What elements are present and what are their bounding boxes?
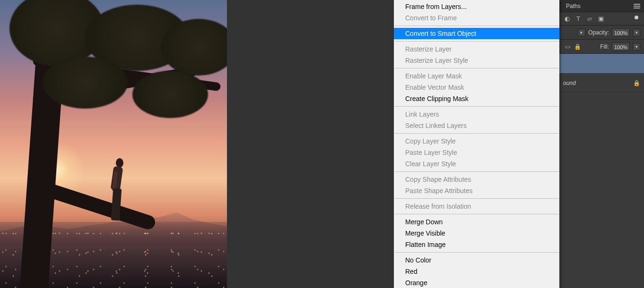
tree-foliage <box>132 71 208 118</box>
fill-dropdown-arrow[interactable]: ▾ <box>633 43 640 51</box>
layer-row-background[interactable]: ound 🔒 <box>559 74 644 93</box>
menu-item-merge-visible[interactable]: Merge Visible <box>394 228 559 239</box>
menu-separator <box>394 133 559 134</box>
menu-separator <box>394 41 559 42</box>
menu-separator <box>394 25 559 26</box>
filter-type-icon[interactable]: T <box>574 15 582 23</box>
lock-artboard-icon[interactable]: ▭ <box>565 43 570 50</box>
tree-foliage <box>43 57 128 109</box>
tab-paths[interactable]: Paths <box>563 2 583 10</box>
menu-item-create-clipping-mask[interactable]: Create Clipping Mask <box>394 93 559 104</box>
menu-item-frame-from-layers[interactable]: Frame from Layers... <box>394 1 559 12</box>
menu-item-no-color[interactable]: No Color <box>394 254 559 266</box>
layer-row-selected[interactable] <box>559 54 644 74</box>
document-image[interactable] <box>0 0 227 288</box>
menu-item-flatten-image[interactable]: Flatten Image <box>394 239 559 250</box>
filter-adjustment-icon[interactable]: ◐ <box>563 15 571 23</box>
menu-item-paste-shape-attributes: Paste Shape Attributes <box>394 185 559 196</box>
opacity-dropdown-arrow[interactable]: ▾ <box>633 29 640 36</box>
lock-all-icon[interactable]: 🔒 <box>574 43 581 50</box>
person-silhouette <box>106 158 125 227</box>
menu-item-release-from-isolation: Release from Isolation <box>394 201 559 212</box>
menu-item-convert-to-frame: Convert to Frame <box>394 12 559 24</box>
menu-item-clear-layer-style: Clear Layer Style <box>394 158 559 169</box>
menu-item-merge-down[interactable]: Merge Down <box>394 216 559 228</box>
panel-tab-bar: Paths <box>559 0 644 12</box>
layer-context-menu: Frame from Layers...Convert to FrameConv… <box>394 0 559 288</box>
lock-fill-row: ▭ 🔒 Fill: 100% ▾ <box>559 40 644 54</box>
menu-item-rasterize-layer-style: Rasterize Layer Style <box>394 55 559 66</box>
menu-item-orange[interactable]: Orange <box>394 277 559 288</box>
menu-separator <box>394 171 559 172</box>
menu-item-convert-to-smart-object[interactable]: Convert to Smart Object <box>394 28 559 39</box>
menu-separator <box>394 214 559 214</box>
menu-item-select-linked-layers: Select Linked Layers <box>394 120 559 131</box>
menu-separator <box>394 198 559 199</box>
panel-menu-icon[interactable] <box>634 4 640 8</box>
layer-name-background: ound <box>563 80 576 86</box>
menu-separator <box>394 106 559 107</box>
menu-item-copy-layer-style: Copy Layer Style <box>394 136 559 147</box>
layers-panel: Paths ◐ T ▱ ▣ ▾ Opacity: 100% ▾ ▭ 🔒 Fill… <box>559 0 644 288</box>
filter-toggle-icon[interactable] <box>635 16 638 19</box>
menu-separator <box>394 68 559 68</box>
layer-filter-row: ◐ T ▱ ▣ <box>559 12 644 25</box>
fill-label: Fill: <box>600 43 609 50</box>
menu-item-red[interactable]: Red <box>394 266 559 277</box>
blend-opacity-row: ▾ Opacity: 100% ▾ <box>559 25 644 40</box>
lock-icon[interactable]: 🔒 <box>633 80 640 86</box>
menu-item-paste-layer-style: Paste Layer Style <box>394 147 559 158</box>
menu-item-copy-shape-attributes: Copy Shape Attributes <box>394 174 559 185</box>
menu-item-rasterize-layer: Rasterize Layer <box>394 43 559 55</box>
menu-separator <box>394 252 559 253</box>
menu-item-link-layers: Link Layers <box>394 109 559 120</box>
fill-field[interactable]: 100% <box>612 42 630 51</box>
blend-mode-dropdown-arrow[interactable]: ▾ <box>578 29 585 36</box>
opacity-field[interactable]: 100% <box>612 28 630 37</box>
filter-smart-icon[interactable]: ▣ <box>597 15 605 23</box>
opacity-label: Opacity: <box>588 29 609 36</box>
lock-icons-group: ▭ 🔒 <box>565 43 581 50</box>
menu-item-enable-vector-mask: Enable Vector Mask <box>394 82 559 93</box>
canvas-area <box>0 0 227 288</box>
menu-item-enable-layer-mask: Enable Layer Mask <box>394 70 559 82</box>
filter-shape-icon[interactable]: ▱ <box>586 15 593 23</box>
